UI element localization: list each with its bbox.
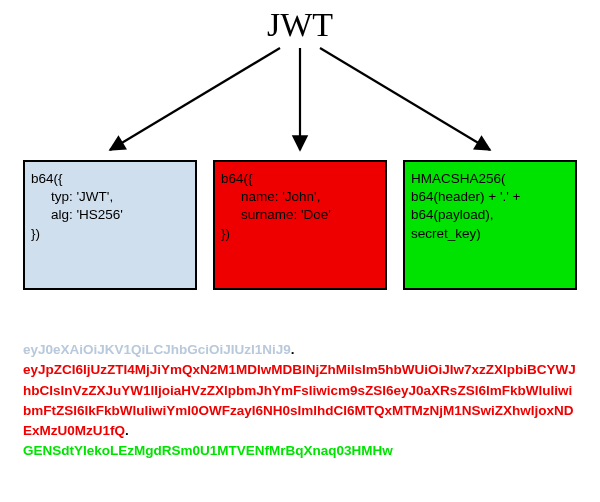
payload-box: b64({ name: 'John', surname: 'Doe' }) <box>213 160 387 290</box>
signature-box-l2: b64(header) + '.' + <box>411 189 520 204</box>
signature-box-l3: b64(payload), <box>411 207 494 222</box>
token-payload-segment: eyJpZCI6IjUzZTI4MjJiYmQxN2M1MDIwMDBlNjZh… <box>23 362 576 438</box>
header-box-l3: alg: 'HS256' <box>31 206 189 224</box>
signature-box: HMACSHA256( b64(header) + '.' + b64(payl… <box>403 160 577 290</box>
payload-box-l2: name: 'John', <box>221 188 379 206</box>
header-box: b64({ typ: 'JWT', alg: 'HS256' }) <box>23 160 197 290</box>
payload-box-l1: b64({ <box>221 171 253 186</box>
header-box-l1: b64({ <box>31 171 63 186</box>
arrow-to-signature <box>320 48 490 150</box>
payload-box-l4: }) <box>221 226 230 241</box>
encoded-token: eyJ0eXAiOiJKV1QiLCJhbGciOiJIUzI1NiJ9. ey… <box>23 340 577 462</box>
header-box-l2: typ: 'JWT', <box>31 188 189 206</box>
signature-box-l4: secret_key) <box>411 226 481 241</box>
payload-box-l3: surname: 'Doe' <box>221 206 379 224</box>
signature-box-l1: HMACSHA256( <box>411 171 506 186</box>
token-header-segment: eyJ0eXAiOiJKV1QiLCJhbGciOiJIUzI1NiJ9 <box>23 342 291 357</box>
token-dot-1: . <box>291 342 295 357</box>
arrow-to-header <box>110 48 280 150</box>
token-signature-segment: GENSdtYIekoLEzMgdRSm0U1MTVENfMrBqXnaq03H… <box>23 443 393 458</box>
token-dot-2: . <box>125 423 129 438</box>
header-box-l4: }) <box>31 226 40 241</box>
